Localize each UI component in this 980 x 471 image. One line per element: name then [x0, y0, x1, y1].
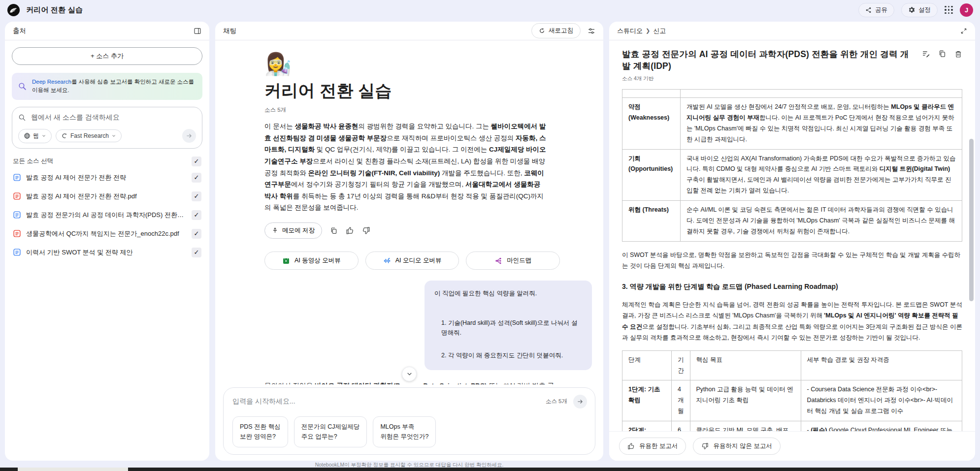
report-heading: 3. 역량 개발을 위한 단계별 학습 로드맵 (Phased Learning… — [622, 283, 962, 291]
source-list-item[interactable]: 발효 공정 AI 제어 전문가 전환 전략.pdf ✓ — [12, 187, 202, 206]
share-button[interactable]: 공유 — [858, 3, 894, 17]
mindmap-icon — [494, 257, 502, 265]
refresh-label: 새로고침 — [549, 27, 573, 35]
report-body[interactable]: 발효 공정 전문가의 AI 공정 데이터 과학자(PDS) 전환을 위한 개인 … — [609, 40, 975, 431]
settings-button[interactable]: 설정 — [901, 3, 938, 17]
breadcrumb-studio[interactable]: 스튜디오 — [617, 27, 643, 35]
apps-grid-icon[interactable] — [945, 6, 953, 14]
roadmap-stage: 1단계: 기초 확립 — [622, 380, 672, 421]
research-mode-chip[interactable]: Fast Research — [56, 129, 122, 142]
thumb-down-icon[interactable] — [362, 226, 370, 235]
sources-panel-body: + 소스 추가 Deep Research를 사용해 심층 보고서를 확인하고 … — [5, 40, 209, 262]
pdf-icon — [13, 192, 21, 200]
source-checkbox[interactable]: ✓ — [192, 191, 201, 201]
pin-icon — [272, 227, 278, 234]
video-overview-label: AI 동영상 오버뷰 — [294, 256, 341, 265]
swot-row-text: 개발된 AI 모델을 생산 현장에서 24/7 안정적으로 배포, 운영, 모니… — [681, 98, 962, 150]
source-checkbox[interactable]: ✓ — [192, 248, 201, 257]
copy-icon[interactable] — [330, 227, 338, 235]
scroll-down-button[interactable] — [402, 367, 417, 381]
delete-icon[interactable] — [954, 50, 962, 58]
thumb-up-icon[interactable] — [346, 226, 354, 235]
suggestion-chip[interactable]: PDS 전환 핵심 보완 영역은? — [232, 416, 288, 447]
user-message-line: 이 직업에 필요한 핵심 역량을 알려줘. — [434, 288, 582, 298]
user-message-line: 2. 각 역량이 왜 중요한지도 간단히 덧붙여줘. — [441, 350, 582, 360]
column-header: 세부 학습 경로 및 권장 자격증 — [801, 350, 962, 380]
audio-overview-icon — [383, 257, 391, 265]
suggestion-chip[interactable]: MLOps 부족 위험은 무엇인가? — [373, 416, 436, 447]
table-row: 약점(Weaknesses) 개발된 AI 모델을 생산 현장에서 24/7 안… — [622, 98, 962, 150]
source-list-item[interactable]: 생물공학에서 QC까지 책임지는 전문가_enoch22c.pdf ✓ — [12, 224, 202, 243]
table-row: 기회(Opportunities) 국내 바이오 산업의 AX(AI Trans… — [622, 149, 962, 201]
source-list-item[interactable]: 발효 공정 전문가의 AI 공정 데이터 과학자(PDS) 전환을 위한 개인 … — [12, 206, 202, 224]
send-message-button[interactable] — [573, 395, 587, 408]
report-feedback-footer: 유용한 보고서 유용하지 않은 보고서 — [609, 431, 975, 461]
audio-overview-button[interactable]: AI 오디오 오버뷰 — [365, 251, 459, 270]
deep-research-link[interactable]: Deep Research — [32, 79, 71, 85]
collapse-panel-icon[interactable] — [194, 27, 201, 35]
report-title: 발효 공정 전문가의 AI 공정 데이터 과학자(PDS) 전환을 위한 개인 … — [622, 48, 922, 72]
video-overview-icon — [282, 257, 290, 265]
chat-scroll-area[interactable]: 👩‍🔬 커리어 전환 실습 소스 5개 이 문서는 생물화공 박사 윤종현의 광… — [215, 40, 603, 384]
studio-panel-header: 스튜디오 ❯ 신고 — [609, 22, 975, 40]
select-all-checkbox[interactable]: ✓ — [192, 157, 201, 166]
refresh-button[interactable]: 새로고침 — [531, 23, 581, 38]
save-to-note-button[interactable]: 메모에 저장 — [264, 222, 322, 239]
source-title: 발효 공정 AI 제어 전문가 전환 전략 — [26, 173, 187, 182]
suggestion-chips-row: PDS 전환 핵심 보완 영역은? 전문가의 CJ제일제당 주요 업무는? ML… — [232, 416, 587, 447]
expand-icon[interactable] — [960, 28, 967, 34]
chat-input-box[interactable]: 입력을 시작하세요... 소스 5개 PDS 전환 핵심 보완 영역은? 전문가… — [223, 387, 595, 455]
save-to-note-label: 메모에 저장 — [282, 226, 315, 235]
not-useful-report-label: 유용하지 않은 보고서 — [713, 442, 772, 450]
roadmap-goal: Python 고급 활용 능력 및 데이터 엔지니어링 기초 확립 — [690, 380, 801, 421]
swot-row-label: 위협 (Threats) — [622, 201, 681, 242]
video-overview-button[interactable]: AI 동영상 오버뷰 — [264, 251, 359, 270]
roadmap-stage: 2단계: MLOps/AI 엔지니어링 — [622, 421, 672, 432]
user-message-bubble: 이 직업에 필요한 핵심 역량을 알려줘. 1. 기술(Hard skill)과… — [425, 281, 592, 370]
copy-icon[interactable] — [938, 50, 947, 58]
swot-row-text: 국내 바이오 산업의 AX(AI Transformation) 가속화로 PD… — [681, 149, 962, 201]
source-list-item[interactable]: 이력서 기반 SWOT 분석 및 전략 제안 ✓ — [12, 243, 202, 262]
notebooklm-logo-icon[interactable] — [7, 3, 20, 17]
roadmap-period: 6개월 — [672, 421, 690, 432]
search-input[interactable]: 웹에서 새 소스를 검색하세요 — [18, 113, 196, 122]
arrow-right-icon — [577, 398, 584, 405]
source-checkbox[interactable]: ✓ — [192, 210, 201, 220]
thumb-down-icon — [701, 442, 709, 450]
web-filter-chip[interactable]: 웹 — [18, 129, 52, 143]
deep-research-text: Deep Research를 사용해 심층 보고서를 확인하고 새로운 소스를 … — [32, 78, 196, 95]
suggestion-chip[interactable]: 전문가의 CJ제일제당 주요 업무는? — [294, 416, 367, 447]
add-source-button[interactable]: + 소스 추가 — [12, 47, 202, 65]
mindmap-button[interactable]: 마인드맵 — [466, 251, 560, 270]
column-header: 단계 — [622, 350, 672, 380]
search-placeholder: 웹에서 새 소스를 검색하세요 — [31, 113, 120, 122]
notebook-title: 커리어 전환 실습 — [26, 5, 83, 15]
scrollbar-thumb[interactable] — [969, 139, 974, 301]
refresh-icon — [539, 28, 545, 34]
share-label: 공유 — [875, 6, 887, 14]
source-checkbox[interactable]: ✓ — [192, 173, 201, 183]
arrow-right-icon — [186, 132, 193, 139]
breadcrumb-separator-icon: ❯ — [646, 28, 650, 34]
select-all-label: 모든 소스 선택 — [13, 157, 53, 165]
source-title: 이력서 기반 SWOT 분석 및 전략 제안 — [26, 248, 187, 257]
workspace: 출처 + 소스 추가 Deep Research를 사용해 심층 보고서를 확인… — [5, 22, 975, 461]
summary-actions-row: 메모에 저장 — [264, 222, 592, 239]
not-useful-report-button[interactable]: 유용하지 않은 보고서 — [693, 438, 780, 455]
edit-note-icon[interactable] — [922, 50, 930, 58]
roadmap-detail: - Coursera Data Science 전문화 과정 이수<br>- D… — [801, 380, 962, 421]
source-title: 생물공학에서 QC까지 책임지는 전문가_enoch22c.pdf — [26, 229, 187, 238]
select-all-row: 모든 소스 선택 ✓ — [12, 157, 202, 166]
useful-report-button[interactable]: 유용한 보고서 — [619, 438, 686, 455]
table-row: 1단계: 기초 확립 4개월 Python 고급 활용 능력 및 데이터 엔지니… — [622, 380, 962, 421]
doc-icon — [13, 248, 21, 256]
search-submit-button[interactable] — [182, 129, 196, 143]
roadmap-table: 단계 기간 핵심 목표 세부 학습 경로 및 권장 자격증 1단계: 기초 확립… — [622, 350, 962, 431]
user-avatar[interactable]: J — [960, 3, 973, 17]
studio-panel: 스튜디오 ❯ 신고 발효 공정 전문가의 AI 공정 데이터 과학자(PDS) … — [609, 22, 975, 461]
source-list-item[interactable]: 발효 공정 AI 제어 전문가 전환 전략 ✓ — [12, 168, 202, 187]
chevron-down-icon — [41, 133, 46, 138]
web-filter-label: 웹 — [33, 132, 39, 140]
source-checkbox[interactable]: ✓ — [192, 229, 201, 239]
chat-settings-icon[interactable] — [588, 27, 595, 35]
